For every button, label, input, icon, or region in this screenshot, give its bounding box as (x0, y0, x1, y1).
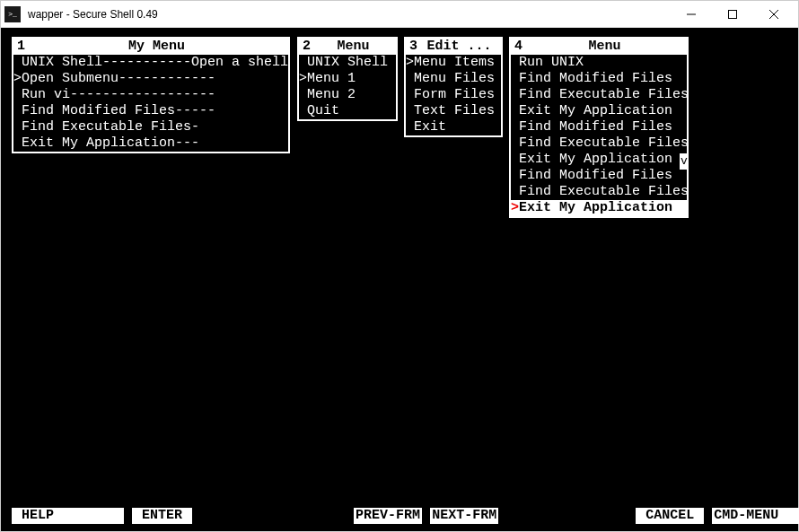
menu-box-1: 1My Menu UNIX Shell-----------Open a she… (12, 37, 290, 153)
menu-item-label: UNIX Shell (307, 55, 388, 71)
menu-item-label: Menu Files (414, 71, 495, 87)
menu-item[interactable]: >Exit My Application (511, 200, 687, 216)
selection-marker-icon: > (13, 71, 22, 87)
menu-items: UNIX Shell>Menu 1 Menu 2 Quit (299, 55, 396, 119)
menu-item[interactable]: Find Executable Files (511, 184, 687, 200)
footer-button[interactable]: CANCEL (636, 508, 704, 524)
menu-title: 1My Menu (13, 39, 288, 55)
menu-item[interactable]: Text Files (406, 103, 501, 119)
menu-item[interactable]: Exit My Application (511, 152, 687, 168)
menu-item[interactable]: Run vi------------------ (13, 87, 288, 103)
menu-title-label: My Menu (29, 39, 285, 55)
titlebar[interactable]: wapper - Secure Shell 0.49 (1, 1, 798, 28)
menu-item-label: Find Executable Files (519, 135, 689, 152)
selection-marker-icon (406, 87, 414, 103)
menu-item[interactable]: >Open Submenu------------ (13, 71, 288, 87)
menu-item[interactable]: UNIX Shell-----------Open a shell (13, 55, 288, 71)
menu-item-label: Text Files (414, 103, 495, 119)
selection-marker-icon (511, 152, 519, 168)
selection-marker-icon (511, 119, 519, 135)
menu-item-label: Form Files (414, 87, 495, 103)
selection-marker-icon (13, 87, 22, 103)
selection-marker-icon (299, 55, 307, 71)
menu-item-label: Find Modified Files (519, 71, 672, 87)
footer-spacer (192, 508, 354, 524)
selection-marker-icon (13, 119, 22, 135)
menu-box-2: 2Menu UNIX Shell>Menu 1 Menu 2 Quit (297, 37, 398, 121)
menu-item[interactable]: Quit (299, 103, 396, 119)
menu-item-label: Exit My Application (519, 200, 672, 216)
footer-button[interactable]: NEXT-FRM (430, 508, 498, 524)
menu-item[interactable]: Menu 2 (299, 87, 396, 103)
menu-items: Run UNIX Find Modified Files Find Execut… (511, 55, 687, 216)
selection-marker-icon (406, 119, 414, 135)
maximize-button[interactable] (712, 1, 753, 28)
footer-button[interactable]: ENTER (132, 508, 192, 524)
scroll-down-icon[interactable]: v (680, 153, 689, 170)
svg-rect-1 (729, 10, 737, 18)
menu-item-label: Exit My Application (519, 152, 672, 168)
menu-title-label: Menu (314, 39, 392, 55)
selection-marker-icon (13, 135, 22, 152)
menu-items: >Menu Items Menu Files Form Files Text F… (406, 55, 501, 135)
menu-item[interactable]: Exit (406, 119, 501, 135)
close-button[interactable] (753, 1, 795, 28)
menu-item[interactable]: Find Executable Files (511, 87, 687, 103)
menu-item-label: Find Executable Files- (22, 119, 199, 135)
minimize-button[interactable] (671, 1, 712, 28)
menu-box-3: 3Edit ...>Menu Items Menu Files Form Fil… (404, 37, 503, 137)
footer-spacer (498, 508, 636, 524)
menu-item[interactable]: Find Modified Files----- (13, 103, 288, 119)
selection-marker-icon (299, 103, 307, 119)
menu-item-label: UNIX Shell-----------Open a shell (22, 55, 288, 71)
menu-title: 2Menu (299, 39, 396, 55)
footer-spacer (64, 508, 124, 524)
footer-button[interactable]: CMD-MENU (712, 508, 780, 524)
menu-item-label: Run vi------------------ (22, 87, 215, 103)
menu-item[interactable]: UNIX Shell (299, 55, 396, 71)
menu-item[interactable]: Find Executable Files- (13, 119, 288, 135)
menu-title-label: Edit ... (421, 39, 497, 55)
menu-item[interactable]: >Menu Items (406, 55, 501, 71)
menu-box-4: 4Menu Run UNIX Find Modified Files Find … (509, 37, 689, 218)
selection-marker-icon (13, 55, 22, 71)
menu-item[interactable]: Find Modified Files (511, 71, 687, 87)
menu-title: 3Edit ... (406, 39, 501, 55)
menu-item-label: Exit My Application (519, 103, 672, 119)
menu-item-label: Exit My Application--- (22, 135, 199, 152)
menu-item-label: Open Submenu------------ (22, 71, 215, 87)
menu-item-label: Find Modified Files (519, 168, 672, 184)
menu-item[interactable]: Exit My Application--- (13, 135, 288, 152)
selection-marker-icon (511, 168, 519, 184)
menu-item-label: Find Executable Files (519, 184, 689, 200)
menu-item[interactable]: Exit My Application (511, 103, 687, 119)
selection-marker-icon (511, 55, 519, 71)
app-window: wapper - Secure Shell 0.49 HELP ENTER PR… (0, 0, 799, 532)
menu-title: 4Menu (511, 39, 687, 55)
menu-item-label: Exit (414, 119, 446, 135)
menu-item[interactable]: Form Files (406, 87, 501, 103)
app-icon (4, 6, 21, 22)
selection-marker-icon: > (406, 55, 414, 71)
footer-spacer (704, 508, 712, 524)
selection-marker-icon (511, 135, 519, 152)
footer-spacer (780, 508, 799, 524)
selection-marker-icon (511, 103, 519, 119)
selection-marker-icon: > (511, 200, 519, 216)
footer-button[interactable]: PREV-FRM (354, 508, 422, 524)
selection-marker-icon (406, 103, 414, 119)
window-title: wapper - Secure Shell 0.49 (28, 8, 671, 21)
selection-marker-icon (299, 87, 307, 103)
menu-item[interactable]: Menu Files (406, 71, 501, 87)
menu-item[interactable]: Run UNIX (511, 55, 687, 71)
menu-item[interactable]: >Menu 1 (299, 71, 396, 87)
window-controls (671, 1, 795, 28)
menu-item[interactable]: Find Modified Files (511, 168, 687, 184)
menu-item[interactable]: Find Modified Files (511, 119, 687, 135)
selection-marker-icon (406, 71, 414, 87)
menu-number: 1 (17, 39, 25, 55)
footer-button[interactable]: HELP (12, 508, 64, 524)
menu-number: 2 (303, 39, 311, 55)
footer-bar: HELP ENTER PREV-FRM NEXT-FRM CANCEL CMD-… (12, 508, 787, 524)
menu-item[interactable]: Find Executable Files (511, 135, 687, 152)
